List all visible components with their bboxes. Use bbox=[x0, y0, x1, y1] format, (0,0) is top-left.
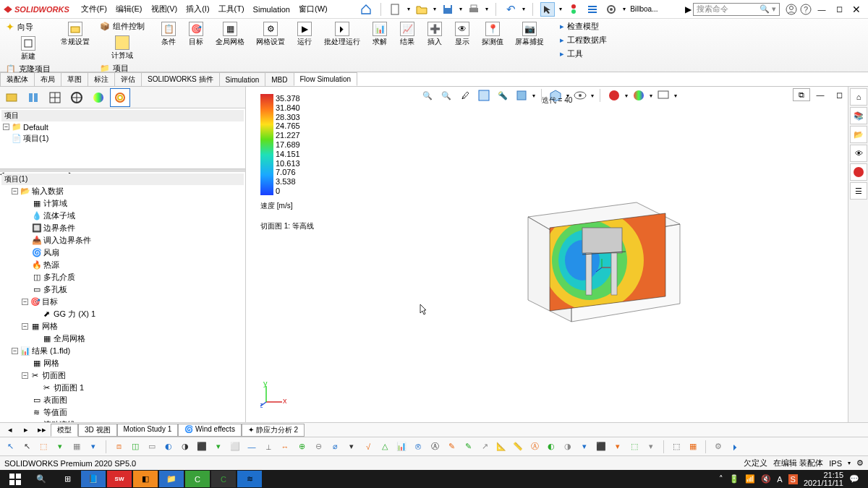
tool-icon-35[interactable]: ▾ bbox=[577, 440, 592, 454]
menu-file[interactable]: 文件(F) bbox=[77, 4, 111, 14]
scene-icon[interactable] bbox=[631, 87, 647, 103]
taskview-button[interactable]: ⊞ bbox=[55, 471, 80, 487]
tool-icon-0[interactable]: ↖ bbox=[3, 440, 17, 454]
appearance-icon[interactable] bbox=[606, 87, 622, 103]
tray-battery-icon[interactable]: 🔋 bbox=[729, 474, 739, 484]
taskpane-files-icon[interactable]: 📂 bbox=[850, 126, 867, 143]
zoom-fit-icon[interactable]: 🔍 bbox=[420, 87, 435, 103]
tab-草图[interactable]: 草图 bbox=[61, 72, 88, 86]
task-app6[interactable]: C bbox=[211, 471, 236, 487]
tool-icon-17[interactable]: ↔ bbox=[278, 440, 292, 454]
tool-icon-41[interactable]: ⬚ bbox=[669, 440, 684, 454]
taskpane-home-icon[interactable]: ⌂ bbox=[850, 88, 867, 106]
tree-node-调入边界条件[interactable]: 📥调入边界条件 bbox=[1, 234, 244, 247]
tree-node-表面图[interactable]: ▭表面图 bbox=[1, 394, 244, 406]
tray-wifi-icon[interactable]: 📶 bbox=[745, 474, 755, 484]
vp-min-button[interactable]: ― bbox=[812, 88, 829, 101]
search-button[interactable]: 🔍 bbox=[29, 471, 54, 487]
new-doc-icon[interactable] bbox=[388, 2, 403, 17]
tray-notifications-icon[interactable]: 💬 bbox=[849, 474, 859, 484]
tool-icon-30[interactable]: 📐 bbox=[494, 440, 509, 454]
select-cursor-icon[interactable] bbox=[540, 2, 555, 17]
tool-icon-10[interactable]: ◐ bbox=[161, 440, 176, 454]
settings-gear-icon[interactable] bbox=[604, 2, 618, 17]
model-tab-Motion Study 1[interactable]: Motion Study 1 bbox=[117, 424, 179, 437]
tab-布局[interactable]: 布局 bbox=[34, 72, 61, 86]
tree-node-等值面[interactable]: ≋等值面 bbox=[1, 406, 244, 419]
tray-up-icon[interactable]: ˄ bbox=[719, 474, 723, 484]
task-app5[interactable]: C bbox=[185, 471, 210, 487]
ribbon-全局网格[interactable]: ▦全局网格 bbox=[213, 20, 247, 70]
tree-node-计算域[interactable]: ▦计算域 bbox=[1, 197, 244, 210]
panel-tab-flow[interactable] bbox=[110, 88, 130, 107]
vp-max-button[interactable]: ◻ bbox=[830, 88, 848, 101]
ribbon-目标[interactable]: 🎯目标 bbox=[185, 20, 207, 70]
new-project-button[interactable]: 新建 bbox=[4, 35, 52, 61]
tree-node-边界条件[interactable]: 🔲边界条件 bbox=[1, 222, 244, 234]
panel-tab-appearance[interactable] bbox=[67, 88, 87, 107]
tree-node-多孔板[interactable]: ▭多孔板 bbox=[1, 283, 244, 296]
wand-icon[interactable]: 🖊 bbox=[457, 87, 473, 103]
tree-node-GG 力 (X) 1[interactable]: ⬈GG 力 (X) 1 bbox=[1, 308, 244, 320]
tab-装配体[interactable]: 装配体 bbox=[0, 72, 35, 86]
tool-icon-5[interactable]: ▾ bbox=[86, 440, 101, 454]
model-tab-Wind effects[interactable]: 🌀 Wind effects bbox=[178, 424, 242, 437]
task-app7[interactable]: ≋ bbox=[237, 471, 262, 487]
menu-insert[interactable]: 插入(I) bbox=[182, 4, 213, 14]
taskpane-appearance-icon[interactable] bbox=[850, 163, 867, 181]
ribbon-求解[interactable]: 📊求解 bbox=[369, 20, 391, 70]
panel-tab-display[interactable] bbox=[45, 88, 65, 107]
task-solidworks[interactable]: SW bbox=[107, 471, 132, 487]
options-list-icon[interactable] bbox=[585, 2, 600, 17]
comp-domain-button[interactable]: 计算域 bbox=[98, 34, 146, 61]
tab-Flow Simulation[interactable]: Flow Simulation bbox=[294, 72, 358, 86]
tool-icon-36[interactable]: ⬛ bbox=[594, 440, 608, 454]
print-icon[interactable] bbox=[467, 2, 481, 17]
tree-node-网格[interactable]: ▦网格 bbox=[1, 357, 244, 369]
ribbon-网格设置[interactable]: ⚙网格设置 bbox=[253, 20, 288, 70]
tool-icon-1[interactable]: ↖ bbox=[20, 440, 34, 454]
tree-node-目标[interactable]: −🎯目标 bbox=[1, 296, 244, 308]
tool-icon-21[interactable]: ▾ bbox=[344, 440, 359, 454]
tree-node-切面图[interactable]: −✂切面图 bbox=[1, 369, 244, 382]
orientation-icon[interactable] bbox=[514, 87, 529, 103]
save-icon[interactable] bbox=[441, 2, 455, 17]
status-extra-icon[interactable]: ⚙ bbox=[856, 458, 864, 468]
tree-node-风扇[interactable]: 🌀风扇 bbox=[1, 247, 244, 259]
graphics-viewport[interactable]: 🔍 🔍 🖊 🔦 ▾ ▾ ▾ ▾ ▾ ▾ ⧉ ― ◻ ✕ 迭代 = 40 35.3… bbox=[246, 87, 868, 422]
tab-标注[interactable]: 标注 bbox=[88, 72, 115, 86]
model-tab-模型[interactable]: 模型 bbox=[51, 424, 78, 437]
menu-tools[interactable]: 工具(T) bbox=[214, 4, 249, 14]
menu-window[interactable]: 窗口(W) bbox=[294, 4, 332, 14]
tab-MBD[interactable]: MBD bbox=[265, 72, 294, 86]
tool-icon-11[interactable]: ◑ bbox=[178, 440, 192, 454]
model-tab-3D 视图[interactable]: 3D 视图 bbox=[78, 424, 117, 437]
vp-dock-button[interactable]: ⧉ bbox=[793, 88, 810, 101]
model-tab-静应力分析 2[interactable]: ✦ 静应力分析 2 bbox=[242, 424, 305, 437]
tab-Simulation[interactable]: Simulation bbox=[219, 72, 266, 86]
panel-tab-render[interactable] bbox=[88, 88, 109, 107]
tree-node-输入数据[interactable]: −📂输入数据 bbox=[1, 185, 244, 197]
tool-icon-39[interactable]: ▾ bbox=[644, 440, 658, 454]
tray-lang-icon[interactable]: A bbox=[777, 475, 782, 484]
tree-node-结果 (1.fld)[interactable]: −📊结果 (1.fld) bbox=[1, 345, 244, 357]
tab-scroll-end[interactable]: ▸▸ bbox=[35, 423, 49, 437]
tool-icon-3[interactable]: ▾ bbox=[53, 440, 67, 454]
tree-node-全局网格[interactable]: ▦全局网格 bbox=[1, 333, 244, 345]
help-icon[interactable]: ? bbox=[799, 2, 813, 17]
home-icon[interactable] bbox=[359, 2, 373, 17]
wizard-button[interactable]: ✦向导 bbox=[4, 20, 52, 33]
tool-icon-25[interactable]: ® bbox=[411, 440, 425, 454]
ribbon-插入[interactable]: ➕插入 bbox=[424, 20, 446, 70]
start-button[interactable] bbox=[3, 471, 27, 487]
section-view-icon[interactable] bbox=[476, 87, 492, 103]
ribbon-工具[interactable]: ▸工具 bbox=[558, 48, 608, 60]
tool-icon-19[interactable]: ⊖ bbox=[311, 440, 326, 454]
ribbon-运行[interactable]: ▶运行 bbox=[294, 20, 315, 70]
tool-icon-16[interactable]: ⟂ bbox=[261, 440, 276, 454]
task-app3[interactable]: ◧ bbox=[133, 471, 158, 487]
command-search-input[interactable]: 搜索命令 🔍 ▾ bbox=[693, 3, 780, 16]
zoom-area-icon[interactable]: 🔍 bbox=[438, 87, 454, 103]
tray-ime-icon[interactable]: S bbox=[788, 474, 798, 484]
task-app1[interactable]: 📘 bbox=[81, 471, 106, 487]
